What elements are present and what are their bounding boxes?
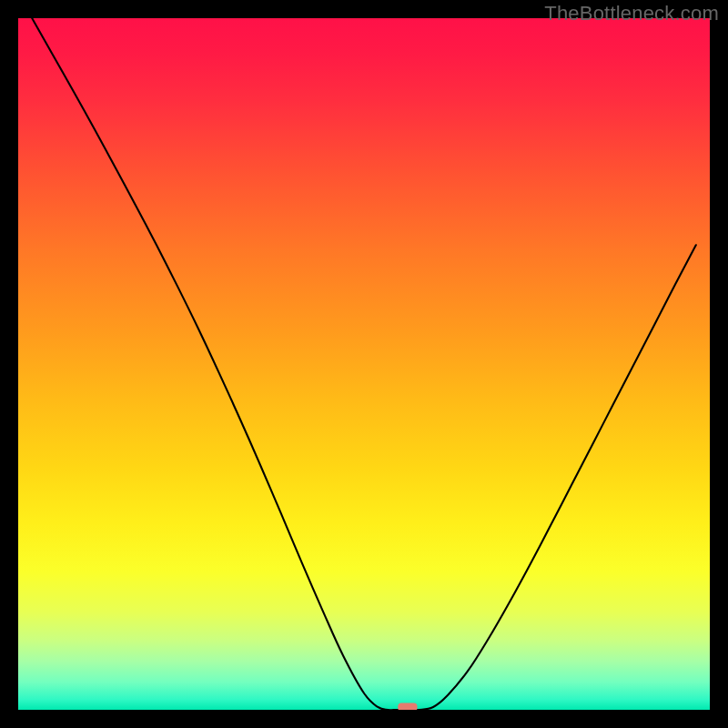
chart-frame: TheBottleneck.com bbox=[0, 0, 728, 728]
chart-background bbox=[18, 18, 710, 710]
plot-area bbox=[18, 18, 710, 710]
watermark-text: TheBottleneck.com bbox=[544, 2, 719, 25]
chart-svg bbox=[18, 18, 710, 710]
min-marker bbox=[398, 703, 417, 710]
